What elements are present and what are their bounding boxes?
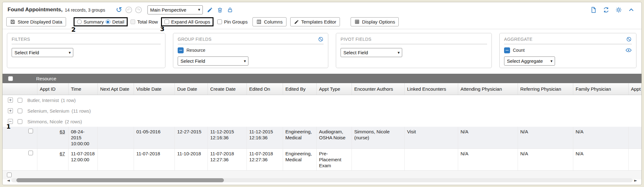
columns-icon	[256, 19, 262, 24]
row-select-cell	[3, 149, 37, 171]
annotation-marker-1: 1	[6, 123, 11, 130]
column-header-edited-by[interactable]: Edited By	[283, 83, 316, 95]
cell-time: 11-07-2018 12:00:00	[68, 149, 97, 171]
cell-appt-type: Audiogram, OSHA Noise	[316, 127, 352, 149]
aggregate-panel: AGGREGATE − Count Select Aggregate	[499, 33, 636, 68]
cell-edited-on: 11-12-2015 12:16:36	[247, 127, 283, 149]
expand-all-groups-checkbox[interactable]	[164, 19, 169, 24]
detail-label: Detail	[112, 19, 124, 24]
footer-checkbox[interactable]	[7, 173, 12, 177]
cell-appt-id: 63	[37, 127, 68, 149]
group-row-butler-internist: +Butler, Internist(1 row)	[3, 95, 641, 105]
band-label: Resource	[36, 76, 56, 81]
clear-group-fields-icon[interactable]	[318, 36, 324, 42]
group-label: Simmons, Nicole	[27, 119, 63, 124]
perspective-select[interactable]: Main Perspective	[147, 5, 203, 14]
appointment-row: 6308-24-2015 10:00:0001-05-201612-27-201…	[3, 127, 641, 149]
annotation-marker-3: 3	[160, 25, 164, 33]
settings-gear-icon[interactable]	[615, 7, 622, 13]
cell-linked-encounters	[404, 149, 458, 171]
detail-radio[interactable]	[106, 19, 110, 24]
total-row-checkbox[interactable]	[130, 19, 135, 24]
column-header-family-physician[interactable]: Family Physician	[573, 83, 628, 95]
column-header-due-date[interactable]: Due Date	[175, 83, 208, 95]
delete-perspective-trash-icon[interactable]	[217, 7, 223, 13]
export-document-icon[interactable]	[590, 7, 597, 13]
refresh-icon[interactable]	[603, 7, 609, 13]
store-displayed-data-button[interactable]: Store Displayed Data	[6, 17, 66, 26]
top-right-icons	[590, 7, 636, 13]
filters-panel: FILTERS Select Field	[7, 33, 165, 68]
select-all-checkbox[interactable]	[8, 76, 13, 81]
history-forward-icon[interactable]: ↷	[135, 7, 142, 13]
expand-group-icon[interactable]: +	[8, 108, 13, 113]
appt-id-link[interactable]: 63	[60, 129, 65, 134]
appt-id-link[interactable]: 67	[60, 151, 65, 156]
group-checkbox[interactable]	[18, 109, 22, 113]
record-summary: 14 records, 3 groups	[65, 8, 105, 13]
cell-referring-physician: N/A	[518, 127, 573, 149]
aggregate-select[interactable]: Select Aggregate	[504, 56, 555, 66]
cell-family-physician: N/A	[573, 149, 628, 171]
summary-label: Summary	[84, 19, 104, 24]
aggregate-field-label: Count	[513, 48, 525, 53]
cell-due-date: 12-27-2015	[175, 127, 208, 149]
edit-perspective-pencil-icon[interactable]	[207, 7, 213, 13]
summary-radio[interactable]	[77, 19, 82, 24]
display-options-button[interactable]: Display Options	[351, 17, 399, 26]
column-header-row: Appt IDTimeNext Apt DateVisible DateDue …	[3, 83, 641, 95]
column-header-linked-encounters[interactable]: Linked Encounters	[404, 83, 458, 95]
group-row-count: (11 rows)	[71, 108, 91, 114]
column-header-time[interactable]: Time	[68, 83, 97, 95]
column-header-visible-date[interactable]: Visible Date	[134, 83, 175, 95]
history-back-icon[interactable]: ↶	[125, 7, 132, 13]
group-row-selenium-selenium: +Selenium, Selenium(11 rows)	[3, 105, 641, 116]
clear-aggregate-icon[interactable]	[626, 36, 632, 42]
column-header-edited-on[interactable]: Edited On	[247, 83, 283, 95]
total-row-label: Total Row	[137, 19, 158, 24]
undo-icon[interactable]: ↺	[116, 7, 122, 13]
visibility-eye-icon[interactable]	[625, 47, 632, 53]
filters-field-select[interactable]: Select Field	[12, 48, 73, 57]
scroll-left-icon[interactable]: ◄	[7, 178, 10, 183]
column-header-attending-physician[interactable]: Attending Physician	[458, 83, 518, 95]
row-checkbox[interactable]	[28, 151, 33, 155]
templates-editor-button[interactable]: Templates Editor	[290, 17, 340, 26]
column-header-encounter-authors[interactable]: Encounter Authors	[352, 83, 404, 95]
group-row-simmons-nicole: −Simmons, Nicole(2 rows)1	[3, 116, 641, 127]
cell-encounter-authors: Simmons, Nicole (nurse)	[352, 127, 404, 149]
cell-edited-on: 11-07-2018 12:27:36	[247, 149, 283, 171]
annotation-box-expand-all-groups: Expand All Groups 3	[161, 17, 214, 26]
pivot-field-select[interactable]: Select Field	[341, 48, 402, 57]
pivot-fields-panel: PIVOT FIELDS Select Field	[336, 33, 492, 68]
column-header-appt-id[interactable]: Appt ID	[37, 83, 68, 95]
remove-count-aggregate-icon[interactable]: −	[504, 47, 510, 53]
group-fields-title: GROUP FIELDS	[178, 37, 212, 42]
grouped-field-label: Resource	[186, 48, 205, 53]
scroll-right-icon[interactable]: ►	[634, 178, 637, 183]
column-header-appt-type[interactable]: Appt Type	[316, 83, 352, 95]
column-header-create-date[interactable]: Create Date	[208, 83, 247, 95]
cell-appt-re	[628, 149, 641, 171]
group-label: Butler, Internist	[27, 98, 59, 103]
pin-groups-label: Pin Groups	[224, 19, 247, 24]
group-band-row: Resource	[3, 74, 641, 83]
expand-group-icon[interactable]: +	[8, 98, 13, 103]
column-header-next-apt-date[interactable]: Next Apt Date	[97, 83, 134, 95]
pin-groups-checkbox[interactable]	[217, 19, 222, 24]
row-checkbox[interactable]	[28, 129, 33, 133]
column-header-referring-physician[interactable]: Referring Physician	[518, 83, 573, 95]
collapse-panel-chevron-icon[interactable]	[628, 7, 635, 13]
scrollbar-track[interactable]	[11, 178, 633, 182]
horizontal-scrollbar[interactable]: ◄ ►	[7, 178, 637, 183]
lock-perspective-icon[interactable]	[227, 7, 233, 13]
group-field-select[interactable]: Select Field	[178, 56, 248, 66]
group-checkbox[interactable]	[18, 98, 22, 103]
column-header-appt-re[interactable]: Appt Re	[628, 83, 641, 95]
group-checkbox[interactable]	[18, 119, 22, 124]
remove-resource-group-icon[interactable]: −	[178, 47, 184, 53]
toolbar: Store Displayed Data Summary Detail 2 To…	[3, 16, 641, 29]
scrollbar-thumb[interactable]	[16, 178, 224, 182]
cell-referring-physician: N/A	[518, 149, 573, 171]
columns-button[interactable]: Columns	[253, 17, 286, 26]
